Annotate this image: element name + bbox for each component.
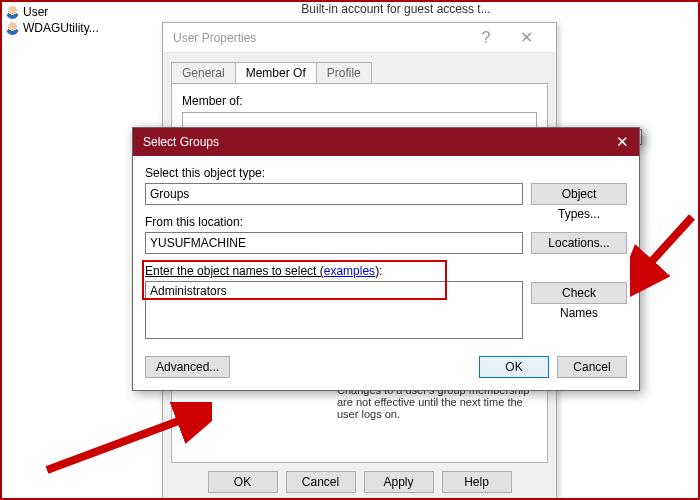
user-icon: [6, 22, 19, 35]
tab-profile[interactable]: Profile: [316, 62, 372, 83]
tab-strip: General Member Of Profile: [171, 59, 556, 83]
advanced-button[interactable]: Advanced...: [145, 356, 230, 378]
enter-names-label: Enter the object names to select (exampl…: [145, 264, 523, 278]
location-label: From this location:: [145, 215, 523, 229]
dialog-title: Select Groups: [143, 135, 589, 149]
tab-member-of[interactable]: Member Of: [235, 62, 317, 84]
cancel-button[interactable]: Cancel: [557, 356, 627, 378]
user-icon: [6, 6, 19, 19]
user-description: Built-in account for guest access t...: [246, 2, 546, 16]
dialog-buttons: OK Cancel Apply Help: [163, 471, 556, 493]
locations-button[interactable]: Locations...: [531, 232, 627, 254]
examples-link[interactable]: examples: [324, 264, 375, 278]
dialog-body: Select this object type: Object Types...…: [133, 156, 639, 390]
help-icon[interactable]: ?: [466, 29, 506, 47]
object-types-button[interactable]: Object Types...: [531, 183, 627, 205]
list-item[interactable]: WDAGUtility...: [4, 20, 154, 36]
help-button[interactable]: Help: [442, 471, 512, 493]
check-names-button[interactable]: Check Names: [531, 282, 627, 304]
close-icon[interactable]: ✕: [506, 28, 546, 47]
list-item[interactable]: User: [4, 4, 154, 20]
viewport: Guest User WDAGUtility... Built-in accou…: [0, 0, 700, 500]
titlebar[interactable]: User Properties ? ✕: [163, 23, 556, 53]
object-type-label: Select this object type:: [145, 166, 523, 180]
location-field[interactable]: [145, 232, 523, 254]
user-list: Guest User WDAGUtility...: [4, 4, 154, 36]
svg-line-0: [642, 217, 692, 272]
cancel-button[interactable]: Cancel: [286, 471, 356, 493]
ok-button[interactable]: OK: [479, 356, 549, 378]
close-icon[interactable]: ✕: [589, 133, 629, 151]
member-of-label: Member of:: [182, 94, 243, 108]
titlebar[interactable]: Select Groups ✕: [133, 128, 639, 156]
annotation-arrow: [630, 202, 700, 302]
object-names-input[interactable]: [145, 281, 523, 339]
window-title: User Properties: [173, 31, 466, 45]
apply-button[interactable]: Apply: [364, 471, 434, 493]
object-type-field[interactable]: [145, 183, 523, 205]
ok-button[interactable]: OK: [208, 471, 278, 493]
user-name: User: [23, 5, 48, 19]
user-name: WDAGUtility...: [23, 21, 99, 35]
tab-general[interactable]: General: [171, 62, 236, 83]
select-groups-dialog: Select Groups ✕ Select this object type:…: [132, 127, 640, 391]
